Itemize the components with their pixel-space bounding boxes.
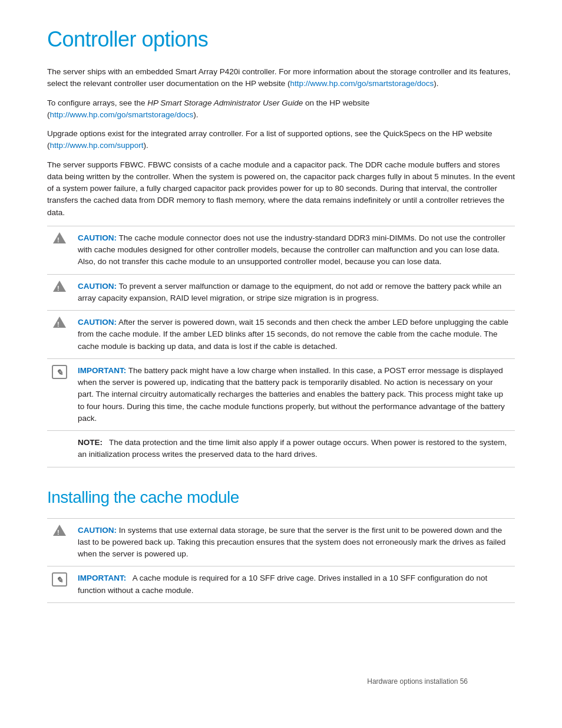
section-title-cache-module: Installing the cache module xyxy=(47,485,515,510)
caution-text-1: CAUTION: The cache module connector does… xyxy=(73,226,515,274)
cache-caution-icon-cell xyxy=(47,518,73,566)
cache-caution-text: CAUTION: In systems that use external da… xyxy=(73,518,515,566)
cache-notice-row-caution: CAUTION: In systems that use external da… xyxy=(47,518,515,566)
cache-caution-triangle-icon xyxy=(53,525,66,536)
notice-row-caution-3: CAUTION: After the server is powered dow… xyxy=(47,311,515,359)
note-icon-cell xyxy=(47,431,73,467)
notice-row-caution-2: CAUTION: To prevent a server malfunction… xyxy=(47,274,515,311)
page-footer: Hardware options installation 56 xyxy=(367,676,468,687)
caution-text-2: CAUTION: To prevent a server malfunction… xyxy=(73,274,515,311)
important-icon xyxy=(52,365,67,379)
note-label: NOTE: xyxy=(78,438,103,447)
caution-triangle-icon-2 xyxy=(53,281,66,292)
intro-paragraph-3: Upgrade options exist for the integrated… xyxy=(47,128,515,152)
caution-label-3: CAUTION: xyxy=(78,318,117,327)
cache-important-label: IMPORTANT: xyxy=(78,574,126,582)
important-text: IMPORTANT: The battery pack might have a… xyxy=(73,358,515,430)
important-label: IMPORTANT: xyxy=(78,366,126,375)
italic-guide-title: HP Smart Storage Administrator User Guid… xyxy=(147,98,303,107)
caution-text-3: CAUTION: After the server is powered dow… xyxy=(73,311,515,359)
cache-module-notices-table: CAUTION: In systems that use external da… xyxy=(47,518,515,603)
page-title: Controller options xyxy=(47,24,515,55)
note-text: NOTE: The data protection and the time l… xyxy=(73,431,515,467)
notices-table: CAUTION: The cache module connector does… xyxy=(47,226,515,467)
cache-important-icon-cell xyxy=(47,566,73,603)
important-icon-cell xyxy=(47,358,73,430)
intro-paragraph-1: The server ships with an embedded Smart … xyxy=(47,66,515,90)
notice-row-important: IMPORTANT: The battery pack might have a… xyxy=(47,358,515,430)
notice-row-caution-1: CAUTION: The cache module connector does… xyxy=(47,226,515,274)
caution-icon-cell-2 xyxy=(47,274,73,311)
caution-triangle-icon-3 xyxy=(53,317,66,328)
caution-label-1: CAUTION: xyxy=(78,233,117,242)
caution-icon-cell-1 xyxy=(47,226,73,274)
link-hp-support[interactable]: http://www.hp.com/support xyxy=(50,141,144,150)
link-smartstorage-1[interactable]: http://www.hp.com/go/smartstorage/docs xyxy=(290,79,434,88)
cache-important-text: IMPORTANT: A cache module is required fo… xyxy=(73,566,515,603)
intro-paragraph-4: The server supports FBWC. FBWC consists … xyxy=(47,159,515,219)
caution-triangle-icon-1 xyxy=(53,232,66,243)
notice-row-note: NOTE: The data protection and the time l… xyxy=(47,431,515,467)
intro-paragraph-2: To configure arrays, see the HP Smart St… xyxy=(47,97,515,121)
page-content: Controller options The server ships with… xyxy=(47,24,515,704)
caution-label-2: CAUTION: xyxy=(78,282,117,291)
cache-caution-label: CAUTION: xyxy=(78,526,117,535)
caution-icon-cell-3 xyxy=(47,311,73,359)
cache-notice-row-important: IMPORTANT: A cache module is required fo… xyxy=(47,566,515,603)
cache-important-icon xyxy=(52,572,67,587)
link-smartstorage-2[interactable]: http://www.hp.com/go/smartstorage/docs xyxy=(50,110,194,119)
